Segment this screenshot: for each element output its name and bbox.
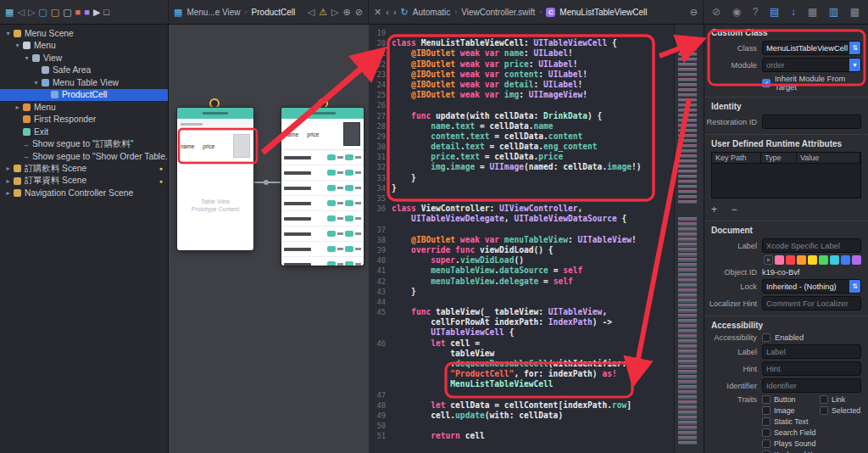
line-number[interactable]: 30 <box>369 142 392 152</box>
line-number[interactable]: 49 <box>369 411 392 421</box>
line-number[interactable] <box>369 317 392 327</box>
code-line[interactable]: 28 name.text = cellData.name <box>369 121 674 131</box>
code-line[interactable]: .dequeueReusableCell(withIdentifier: <box>369 359 674 369</box>
line-number[interactable] <box>369 359 392 369</box>
line-number[interactable]: 28 <box>369 121 392 131</box>
code-line[interactable]: 21 @IBOutlet weak var name: UILabel! <box>369 48 674 59</box>
record-icon[interactable]: ■ <box>75 8 81 17</box>
attributes-inspector-tab[interactable]: ↓ <box>791 6 796 18</box>
trait-search-field[interactable]: Search Field <box>762 428 816 437</box>
line-number[interactable]: 46 <box>369 338 392 349</box>
code-line[interactable]: 26 <box>369 100 674 110</box>
acc-hint-field[interactable]: Hint <box>762 361 861 376</box>
line-number[interactable]: 20 <box>369 38 392 48</box>
class-combobox[interactable]: MenuListTableViewCell ⇅ <box>762 41 861 55</box>
grid-icon[interactable]: ▦ <box>174 8 182 17</box>
color-swatch[interactable] <box>841 255 850 265</box>
storyboard-order-screen[interactable]: name price <box>281 108 364 266</box>
code-line[interactable]: 40 super.viewDidLoad() <box>369 255 674 266</box>
outline-item[interactable]: ▾View <box>0 52 168 64</box>
line-number[interactable]: 35 <box>369 193 392 204</box>
color-swatch[interactable] <box>797 255 806 265</box>
line-number[interactable]: 48 <box>369 400 392 411</box>
add-attribute-button[interactable]: + <box>711 204 717 215</box>
color-swatch[interactable] <box>786 255 795 265</box>
code-line[interactable]: 29 content.text = cellData.content <box>369 131 674 142</box>
line-number[interactable]: 22 <box>369 59 392 70</box>
back-icon[interactable]: ◁ <box>17 8 24 17</box>
code-line[interactable]: 34} <box>369 183 674 193</box>
outline-item[interactable]: ▸訂單資料 Scene● <box>0 175 168 187</box>
stop-icon[interactable]: □ <box>103 8 109 17</box>
code-line[interactable]: 36class ViewController: UIViewController… <box>369 204 674 214</box>
name-label[interactable]: name <box>285 131 298 137</box>
editor-breadcrumb-symbol[interactable]: MenuListTableViewCell <box>559 8 647 17</box>
forward-icon[interactable]: ▷ <box>28 8 35 17</box>
trait-image[interactable]: Image <box>762 406 816 415</box>
code-line[interactable]: 41 menuTableView.dataSource = self <box>369 266 674 276</box>
disclosure-icon[interactable]: ▸ <box>13 103 22 111</box>
line-number[interactable]: 38 <box>369 235 392 245</box>
line-number[interactable] <box>369 214 392 224</box>
back-icon[interactable]: ‹ <box>386 8 389 17</box>
ib-breadcrumb-current[interactable]: ProductCell <box>252 8 296 17</box>
image-view[interactable] <box>233 134 250 158</box>
color-swatch[interactable]: ✕ <box>764 255 773 265</box>
line-number[interactable]: 40 <box>369 255 392 266</box>
filter-icon[interactable]: ⊘ <box>355 8 363 17</box>
code-line[interactable]: 49 cell.update(with: cellData) <box>369 411 674 421</box>
disclosure-icon[interactable]: ▾ <box>3 30 13 37</box>
warning-icon[interactable]: ⚠ <box>319 7 327 18</box>
disclosure-icon[interactable]: ▾ <box>13 42 22 49</box>
line-number[interactable]: 47 <box>369 390 392 400</box>
disclosure-icon[interactable]: ▸ <box>3 177 13 185</box>
color-swatch[interactable] <box>808 255 817 265</box>
code-line[interactable]: 24 @IBOutlet weak var detail: UILabel! <box>369 80 674 90</box>
disclosure-icon[interactable]: ▸ <box>3 189 13 197</box>
line-number[interactable]: 21 <box>369 48 392 59</box>
line-number[interactable]: 44 <box>369 297 392 307</box>
line-number[interactable]: 51 <box>369 431 392 441</box>
code-line[interactable]: 46 let cell = <box>369 338 674 349</box>
outline-item[interactable]: Exit <box>0 126 168 138</box>
document-icon[interactable]: ▢ <box>63 8 71 17</box>
code-line[interactable]: 19 <box>369 28 674 38</box>
file-inspector-tab[interactable]: ⊘ <box>712 6 721 18</box>
localizer-hint-field[interactable]: Comment For Localizer <box>762 296 861 310</box>
code-line[interactable]: 44 <box>369 297 674 307</box>
line-number[interactable] <box>369 369 392 379</box>
line-number[interactable]: 27 <box>369 111 392 121</box>
code-line[interactable]: 51 return cell <box>369 431 674 441</box>
trait-plays-sound[interactable]: Plays Sound <box>762 439 816 448</box>
bindings-inspector-tab[interactable]: ▩ <box>850 6 860 18</box>
code-line[interactable]: 25 @IBOutlet weak var img: UIImageView! <box>369 90 674 100</box>
run-icon[interactable]: ▶ <box>93 8 100 17</box>
line-number[interactable]: 29 <box>369 131 392 142</box>
ib-canvas[interactable]: name price Table View Prototype Content … <box>169 24 369 453</box>
minimap[interactable] <box>674 24 704 453</box>
outline-item[interactable]: →Show segue to "訂購飲料" <box>0 138 168 151</box>
color-swatch[interactable] <box>819 255 828 265</box>
trait-static-text[interactable]: Static Text <box>762 417 816 426</box>
color-swatch[interactable] <box>830 255 839 265</box>
code-line[interactable]: 39 override func viewDidLoad() { <box>369 245 674 255</box>
code-line[interactable]: 47 <box>369 390 674 400</box>
outline-item[interactable]: →Show segue to "Show Order Table... <box>0 150 168 163</box>
forward-icon[interactable]: › <box>393 8 397 17</box>
file-icon[interactable]: ▢ <box>38 8 47 17</box>
code-line[interactable]: 48 let cellData = cellContent[indexPath.… <box>369 400 674 411</box>
editor-breadcrumb-file[interactable]: ViewController.swift <box>461 8 535 17</box>
line-number[interactable]: 19 <box>369 28 392 38</box>
line-number[interactable]: 33 <box>369 173 392 183</box>
line-number[interactable]: 41 <box>369 266 392 276</box>
code-line[interactable]: tableView <box>369 349 674 359</box>
line-number[interactable] <box>369 327 392 338</box>
line-number[interactable]: 39 <box>369 245 392 255</box>
code-line[interactable]: 35 <box>369 193 674 204</box>
outline-item[interactable]: ▾Menu Table View <box>0 76 168 89</box>
trait-link[interactable]: Link <box>820 395 868 404</box>
acc-identifier-field[interactable]: Identifier <box>762 378 861 393</box>
outline-item[interactable]: First Responder <box>0 114 168 126</box>
color-swatch[interactable] <box>775 255 784 265</box>
prev-issue-icon[interactable]: ◁ <box>308 8 314 17</box>
